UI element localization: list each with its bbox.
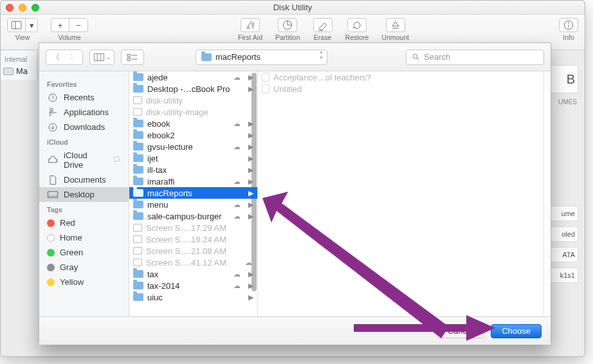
back-button[interactable]: 〈 bbox=[46, 50, 64, 64]
group-button[interactable] bbox=[121, 50, 144, 65]
file-row[interactable]: tax☁▶ bbox=[129, 268, 257, 280]
file-row[interactable]: ajede☁▶ bbox=[129, 71, 257, 83]
disclosure-arrow-icon: ▶ bbox=[246, 166, 253, 174]
file-row[interactable]: Acceptance…ol teachers? bbox=[258, 71, 543, 83]
folder-icon bbox=[133, 177, 143, 185]
file-row[interactable]: tax-2014☁▶ bbox=[129, 280, 257, 291]
disclosure-arrow-icon: ▶ bbox=[246, 212, 253, 221]
disclosure-arrow-icon: ▶ bbox=[246, 270, 253, 278]
svg-point-22 bbox=[114, 156, 120, 162]
info-button[interactable] bbox=[559, 18, 578, 32]
erase-button[interactable] bbox=[313, 18, 333, 32]
folder-icon bbox=[201, 53, 212, 61]
sidebar-item-applications[interactable]: AApplications bbox=[39, 105, 129, 120]
tag-label: Green bbox=[60, 248, 83, 257]
document-icon bbox=[262, 73, 269, 82]
image-icon bbox=[133, 247, 142, 255]
cancel-button[interactable]: Cancel bbox=[437, 324, 484, 338]
file-name: menu bbox=[147, 200, 230, 210]
file-row[interactable]: gvsu-lecture☁▶ bbox=[129, 141, 257, 152]
remove-volume-icon[interactable]: − bbox=[69, 19, 87, 32]
file-row[interactable]: Screen S….41.12 AM☁ bbox=[129, 257, 257, 268]
file-row[interactable]: uiuc▶ bbox=[129, 291, 257, 303]
file-name: ill-tax bbox=[147, 165, 242, 175]
file-name: ajede bbox=[147, 73, 230, 82]
sidebar-item-recents[interactable]: Recents bbox=[39, 90, 129, 105]
sync-spinner-icon bbox=[113, 155, 121, 165]
sidebar-toggle-icon[interactable] bbox=[8, 19, 26, 32]
file-name: ijet bbox=[147, 154, 242, 163]
disk-icon bbox=[3, 68, 14, 75]
file-row[interactable]: ijet▶ bbox=[129, 152, 257, 164]
window-title: Disk Utility bbox=[1, 3, 585, 12]
disclosure-arrow-icon: ▶ bbox=[246, 131, 253, 140]
file-row[interactable]: Screen S….17.29 AM bbox=[129, 222, 257, 233]
document-icon bbox=[262, 84, 269, 93]
file-name: imaraffi bbox=[147, 177, 230, 187]
volume-segmented[interactable]: + − bbox=[51, 18, 88, 32]
file-row[interactable]: Screen S….19.24 AM bbox=[129, 233, 257, 245]
add-volume-icon[interactable]: + bbox=[51, 19, 69, 32]
file-row[interactable]: ebook2▶ bbox=[129, 129, 257, 141]
search-field[interactable]: Search bbox=[406, 50, 544, 65]
forward-button[interactable]: 〉 bbox=[64, 50, 82, 64]
disclosure-arrow-icon: ▶ bbox=[246, 282, 253, 290]
file-row[interactable]: macReports▶ bbox=[129, 187, 257, 199]
file-row[interactable]: ill-tax▶ bbox=[129, 164, 257, 176]
column-browser: ajede☁▶Desktop -…cBook Pro▶disk-utilityd… bbox=[129, 71, 551, 316]
disclosure-arrow-icon: ▶ bbox=[246, 120, 253, 128]
file-row[interactable]: sale-campus-burger☁▶ bbox=[129, 210, 257, 222]
file-row[interactable]: Untitled bbox=[258, 83, 543, 95]
folder-icon bbox=[133, 189, 143, 197]
chevron-down-icon[interactable]: ▾ bbox=[26, 19, 37, 32]
view-segmented[interactable]: ▾ bbox=[7, 18, 38, 32]
file-row[interactable]: disk-utility bbox=[129, 95, 257, 106]
file-name: Screen S….17.29 AM bbox=[146, 223, 253, 233]
partition-button[interactable] bbox=[278, 18, 297, 32]
file-name: Desktop -…cBook Pro bbox=[147, 84, 242, 94]
tag-dot-icon bbox=[47, 219, 55, 227]
view-mode-popup[interactable]: ⌵ bbox=[89, 50, 114, 65]
file-row[interactable]: disk-utility-image bbox=[129, 106, 257, 118]
tag-gray[interactable]: Gray bbox=[39, 260, 129, 275]
svg-rect-23 bbox=[48, 191, 58, 197]
tag-home[interactable]: Home bbox=[39, 230, 129, 245]
choose-label: Choose bbox=[502, 326, 531, 336]
file-row[interactable]: Desktop -…cBook Pro▶ bbox=[129, 83, 257, 95]
cloud-status-icon: ☁ bbox=[233, 212, 242, 221]
column-1[interactable]: ajede☁▶Desktop -…cBook Pro▶disk-utilityd… bbox=[129, 71, 258, 316]
view-toolbar-group: ▾ View bbox=[7, 18, 38, 41]
desk-icon bbox=[47, 190, 59, 199]
device-item[interactable]: Ma bbox=[1, 65, 37, 77]
sidebar-item-documents[interactable]: Documents bbox=[39, 172, 129, 187]
restore-button[interactable] bbox=[347, 18, 367, 32]
folder-icon bbox=[133, 85, 143, 93]
erase-label: Erase bbox=[314, 33, 331, 41]
folder-icon bbox=[133, 270, 143, 278]
folder-icon bbox=[133, 131, 143, 139]
sheet-body: Favorites RecentsAApplicationsDownloads … bbox=[39, 71, 551, 316]
svg-text:A: A bbox=[50, 109, 53, 115]
first-aid-button[interactable] bbox=[241, 18, 260, 32]
path-label: macReports bbox=[215, 52, 260, 62]
clock-icon bbox=[47, 93, 59, 102]
unmount-button[interactable] bbox=[386, 18, 405, 32]
sidebar-item-downloads[interactable]: Downloads bbox=[39, 120, 129, 134]
tag-label: Home bbox=[60, 233, 82, 242]
choose-button[interactable]: Choose bbox=[491, 324, 542, 338]
column-2[interactable]: Acceptance…ol teachers?Untitled bbox=[258, 71, 544, 316]
file-name: Acceptance…ol teachers? bbox=[273, 73, 540, 82]
file-row[interactable]: Screen S….21.08 AM bbox=[129, 245, 257, 257]
file-row[interactable]: imaraffi☁▶ bbox=[129, 176, 257, 187]
tag-yellow[interactable]: Yellow bbox=[39, 275, 129, 289]
view-label: View bbox=[15, 33, 30, 41]
tag-red[interactable]: Red bbox=[39, 215, 129, 230]
path-popup[interactable]: macReports ˄˅ bbox=[196, 50, 327, 65]
sidebar-item-label: iCloud Drive bbox=[64, 150, 107, 170]
tag-green[interactable]: Green bbox=[39, 245, 129, 260]
sidebar-item-desktop[interactable]: Desktop bbox=[39, 187, 129, 202]
sidebar-item-icloud-drive[interactable]: iCloud Drive bbox=[39, 148, 129, 172]
file-row[interactable]: ebook☁▶ bbox=[129, 118, 257, 129]
file-name: Untitled bbox=[273, 84, 540, 94]
file-row[interactable]: menu☁▶ bbox=[129, 199, 257, 210]
